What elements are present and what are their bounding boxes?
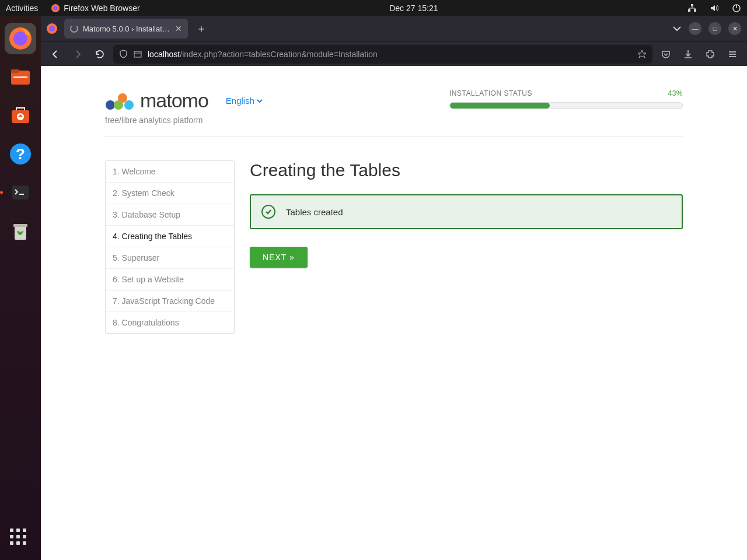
matomo-logo: matomo <box>105 89 208 112</box>
tagline: free/libre analytics platform <box>105 116 264 125</box>
site-info-icon[interactable] <box>134 50 142 58</box>
svg-rect-2 <box>691 4 693 6</box>
power-icon[interactable] <box>732 4 741 13</box>
step-item: 1. Welcome <box>106 161 234 183</box>
volume-icon[interactable] <box>710 4 719 13</box>
svg-point-8 <box>13 32 27 46</box>
software-icon <box>8 103 33 128</box>
step-item: 7. JavaScript Tracking Code <box>106 290 234 312</box>
alert-text: Tables created <box>286 207 343 217</box>
svg-point-28 <box>118 93 127 103</box>
network-icon[interactable] <box>687 4 697 13</box>
step-item: 4. Creating the Tables <box>106 226 234 247</box>
shield-icon[interactable] <box>119 50 128 58</box>
svg-point-29 <box>124 100 134 110</box>
svg-rect-18 <box>13 224 27 227</box>
svg-text:?: ? <box>16 145 25 163</box>
page-header: matomo English free/libre analytics plat… <box>105 89 683 137</box>
page-title: Creating the Tables <box>250 160 683 180</box>
dock-trash[interactable] <box>5 215 36 247</box>
gnome-top-bar: Activities Firefox Web Browser Dec 27 15… <box>0 0 747 16</box>
status-percent: 43% <box>668 89 683 97</box>
progress-fill <box>450 103 550 108</box>
svg-rect-4 <box>694 9 696 12</box>
window-close[interactable]: ✕ <box>728 22 741 35</box>
downloads-button[interactable] <box>679 46 697 63</box>
svg-rect-3 <box>688 9 690 12</box>
close-tab-button[interactable]: ✕ <box>175 24 182 33</box>
window-minimize[interactable]: — <box>689 22 701 35</box>
extensions-button[interactable] <box>701 46 719 63</box>
chevron-down-icon <box>256 97 264 105</box>
window-maximize[interactable]: □ <box>708 22 721 35</box>
page-content: matomo English free/libre analytics plat… <box>41 66 747 560</box>
success-alert: Tables created <box>250 194 683 229</box>
firefox-icon <box>51 4 60 13</box>
dock-help[interactable]: ? <box>5 138 36 170</box>
active-app[interactable]: Firefox Web Browser <box>51 4 139 13</box>
ubuntu-dock: ? <box>0 16 41 560</box>
trash-icon <box>8 219 33 243</box>
back-button[interactable] <box>47 46 64 63</box>
files-icon <box>8 65 33 89</box>
reload-button[interactable] <box>91 46 109 63</box>
pocket-button[interactable] <box>657 46 675 63</box>
language-selector[interactable]: English <box>226 96 264 106</box>
check-circle-icon <box>261 205 275 219</box>
terminal-icon <box>8 180 33 205</box>
app-menu-button[interactable] <box>724 46 741 63</box>
dock-firefox[interactable] <box>5 23 36 54</box>
svg-point-20 <box>49 26 55 32</box>
activities-button[interactable]: Activities <box>6 4 38 13</box>
step-item: 2. System Check <box>106 183 234 204</box>
help-icon: ? <box>8 142 33 166</box>
next-button[interactable]: NEXT » <box>250 247 308 268</box>
matomo-mark-icon <box>105 92 134 110</box>
svg-point-26 <box>106 100 115 110</box>
logo-text: matomo <box>140 89 208 112</box>
tab-title: Matomo 5.0.0 › Installation <box>83 24 170 33</box>
loading-spinner-icon <box>70 24 78 33</box>
nav-toolbar: localhost/index.php?action=tablesCreatio… <box>41 41 747 66</box>
tab-bar: Matomo 5.0.0 › Installation ✕ ＋ — □ ✕ <box>41 16 747 41</box>
firefox-home-button[interactable] <box>43 20 61 37</box>
bookmark-star-icon[interactable] <box>637 50 647 59</box>
url-bar[interactable]: localhost/index.php?action=tablesCreatio… <box>113 45 652 64</box>
firefox-window: Matomo 5.0.0 › Installation ✕ ＋ — □ ✕ lo… <box>41 16 747 66</box>
step-item: 5. Superuser <box>106 247 234 269</box>
svg-point-1 <box>53 6 58 10</box>
list-tabs-icon[interactable] <box>672 24 682 33</box>
step-item: 3. Database Setup <box>106 204 234 226</box>
firefox-icon <box>8 26 33 51</box>
step-item: 8. Congratulations <box>106 312 234 333</box>
step-item: 6. Set up a Website <box>106 269 234 290</box>
new-tab-button[interactable]: ＋ <box>196 22 207 36</box>
forward-button <box>69 46 86 63</box>
show-applications[interactable] <box>10 528 31 550</box>
firefox-icon <box>46 23 58 34</box>
dock-files[interactable] <box>5 61 36 93</box>
dock-software[interactable] <box>5 100 36 131</box>
dock-terminal[interactable] <box>5 177 36 208</box>
browser-tab[interactable]: Matomo 5.0.0 › Installation ✕ <box>64 19 188 38</box>
url-text: localhost/index.php?action=tablesCreatio… <box>148 50 378 59</box>
clock[interactable]: Dec 27 15:21 <box>389 4 438 13</box>
svg-rect-10 <box>11 69 19 73</box>
svg-rect-21 <box>134 51 141 57</box>
progress-bar <box>449 102 683 109</box>
svg-rect-11 <box>13 76 27 78</box>
install-steps-list: 1. Welcome2. System Check3. Database Set… <box>105 160 235 334</box>
install-status: INSTALLATION STATUS 43% <box>449 89 683 109</box>
status-label: INSTALLATION STATUS <box>449 89 532 97</box>
svg-rect-16 <box>12 186 29 200</box>
